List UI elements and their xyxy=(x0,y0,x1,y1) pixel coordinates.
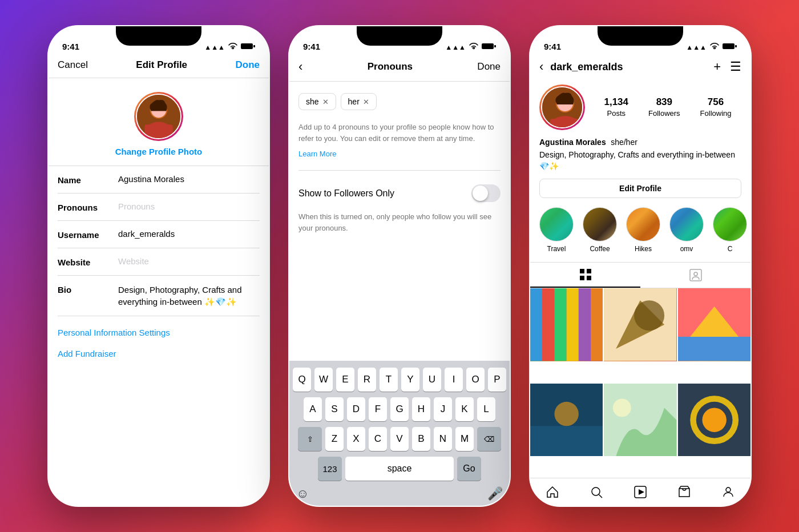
edit-profile-navbar: Cancel Edit Profile Done xyxy=(49,55,269,78)
profile-content: ‹ dark_emeralds + ☰ xyxy=(530,55,750,506)
key-c[interactable]: C xyxy=(369,427,387,451)
emoji-icon[interactable]: ☺ xyxy=(296,486,309,501)
key-v[interactable]: V xyxy=(390,427,409,451)
value-website[interactable]: Website xyxy=(118,256,260,266)
key-s[interactable]: S xyxy=(325,397,344,421)
hamburger-menu-icon[interactable]: ☰ xyxy=(730,59,741,74)
key-h[interactable]: H xyxy=(412,397,430,421)
back-button[interactable]: ‹ xyxy=(298,59,302,74)
profile-stats-row: 1,134 Posts 839 Followers 756 Following xyxy=(530,80,750,137)
signal-icon-2: ▲▲▲ xyxy=(445,43,466,51)
key-m[interactable]: M xyxy=(455,427,474,451)
cancel-button[interactable]: Cancel xyxy=(58,59,88,71)
highlight-coffee[interactable]: Coffee xyxy=(583,207,617,253)
photo-cell-1[interactable] xyxy=(530,288,603,361)
photo-cell-3[interactable] xyxy=(678,288,750,361)
key-a[interactable]: A xyxy=(304,397,322,421)
profile-header-icons: + ☰ xyxy=(713,59,741,74)
bio-name-line: Agustina Morales she/her xyxy=(539,137,741,147)
learn-more-link[interactable]: Learn More xyxy=(298,150,336,158)
mic-icon[interactable]: 🎤 xyxy=(487,486,503,501)
key-u[interactable]: U xyxy=(423,368,441,392)
personal-information-settings-link[interactable]: Personal Information Settings xyxy=(58,328,260,337)
remove-her-icon[interactable]: ✕ xyxy=(363,98,369,106)
highlight-hikes-label: Hikes xyxy=(635,245,652,253)
tab-profile[interactable] xyxy=(707,481,750,503)
photo-cell-4[interactable] xyxy=(530,384,603,456)
key-d[interactable]: D xyxy=(347,397,365,421)
key-p[interactable]: P xyxy=(488,368,506,392)
phone-profile: 9:41 ▲▲▲ ‹ dark_emeralds + ☰ xyxy=(529,25,752,507)
value-bio[interactable]: Design, Photography, Crafts and everythi… xyxy=(118,284,260,308)
key-r[interactable]: R xyxy=(358,368,376,392)
show-followers-toggle[interactable] xyxy=(471,184,501,202)
label-pronouns: Pronouns xyxy=(58,201,109,212)
tab-shop[interactable] xyxy=(663,481,707,503)
svg-point-30 xyxy=(634,300,664,331)
key-e[interactable]: E xyxy=(336,368,354,392)
key-b[interactable]: B xyxy=(412,427,430,451)
key-k[interactable]: K xyxy=(455,397,474,421)
photo-cell-6[interactable] xyxy=(678,384,750,456)
stats-group: 1,134 Posts 839 Followers 756 Following xyxy=(594,96,741,118)
tab-search[interactable] xyxy=(574,481,618,503)
add-post-icon[interactable]: + xyxy=(713,59,721,74)
edit-profile-button[interactable]: Edit Profile xyxy=(539,179,741,198)
highlight-extra[interactable]: C xyxy=(713,207,747,253)
key-delete[interactable]: ⌫ xyxy=(477,427,501,451)
tab-home[interactable] xyxy=(530,481,574,503)
key-o[interactable]: O xyxy=(466,368,485,392)
profile-avatar-inner xyxy=(136,94,181,139)
key-z[interactable]: Z xyxy=(325,427,344,451)
value-username[interactable]: dark_emeralds xyxy=(118,229,260,239)
key-shift[interactable]: ⇧ xyxy=(298,427,322,451)
highlight-travel[interactable]: Travel xyxy=(539,207,574,253)
followers-count: 839 xyxy=(648,96,680,108)
svg-rect-19 xyxy=(587,276,591,280)
key-f[interactable]: F xyxy=(369,397,387,421)
photo-cell-2[interactable] xyxy=(604,288,676,361)
key-w[interactable]: W xyxy=(314,368,333,392)
profile-username: dark_emeralds xyxy=(550,61,709,73)
grid-tab-posts[interactable] xyxy=(530,263,640,288)
key-go[interactable]: Go xyxy=(457,457,481,481)
key-l[interactable]: L xyxy=(477,397,495,421)
key-t[interactable]: T xyxy=(380,368,398,392)
add-fundraiser-link[interactable]: Add Fundraiser xyxy=(58,349,260,358)
photo-3-img xyxy=(678,288,750,361)
key-x[interactable]: X xyxy=(347,427,365,451)
highlight-omv[interactable]: omv xyxy=(669,207,704,253)
highlight-hikes[interactable]: Hikes xyxy=(626,207,660,253)
key-n[interactable]: N xyxy=(434,427,452,451)
done-button[interactable]: Done xyxy=(236,59,260,71)
pronouns-done-button[interactable]: Done xyxy=(477,61,501,72)
tab-reels[interactable] xyxy=(618,481,662,503)
key-g[interactable]: G xyxy=(390,397,409,421)
pronoun-tag-her[interactable]: her ✕ xyxy=(341,93,377,110)
key-j[interactable]: J xyxy=(434,397,452,421)
battery-icon-3 xyxy=(723,43,737,51)
keyboard-row-2: A S D F G H J K L xyxy=(292,397,507,421)
change-profile-photo-link[interactable]: Change Profile Photo xyxy=(115,147,203,156)
highlight-travel-label: Travel xyxy=(547,245,566,253)
remove-she-icon[interactable]: ✕ xyxy=(322,98,329,106)
svg-point-36 xyxy=(554,402,578,426)
pronoun-tag-she[interactable]: she ✕ xyxy=(298,93,336,110)
svg-rect-10 xyxy=(735,45,737,47)
photo-grid xyxy=(530,288,750,478)
key-i[interactable]: I xyxy=(445,368,463,392)
profile-back-button[interactable]: ‹ xyxy=(539,59,543,74)
highlight-extra-label: C xyxy=(728,245,733,253)
key-123[interactable]: 123 xyxy=(318,457,342,481)
value-pronouns[interactable]: Pronouns xyxy=(118,201,260,211)
grid-tab-tagged[interactable] xyxy=(640,263,750,288)
svg-marker-46 xyxy=(639,489,644,495)
person-tag-icon xyxy=(689,269,702,281)
value-name[interactable]: Agustina Morales xyxy=(118,174,260,184)
wifi-icon xyxy=(228,43,237,51)
key-q[interactable]: Q xyxy=(293,368,311,392)
key-space[interactable]: space xyxy=(345,457,454,481)
photo-cell-5[interactable] xyxy=(604,384,676,456)
key-y[interactable]: Y xyxy=(401,368,419,392)
time-1: 9:41 xyxy=(62,42,79,51)
